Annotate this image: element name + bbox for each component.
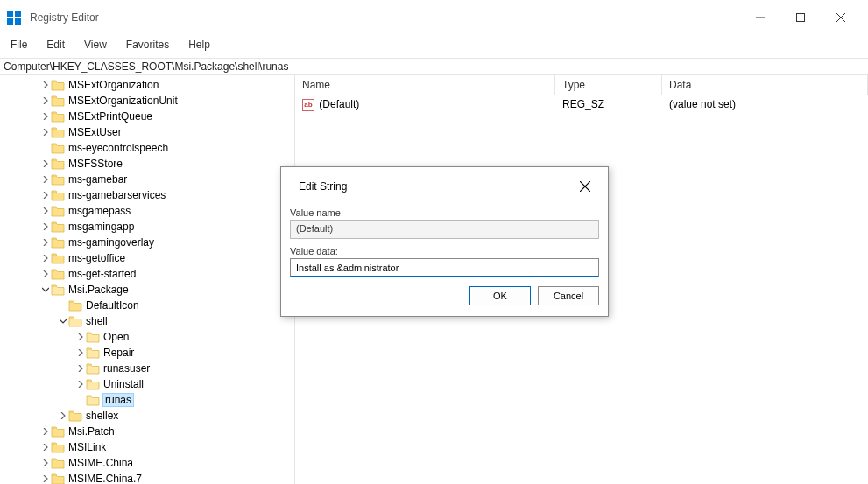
list-header: Name Type Data xyxy=(295,75,868,95)
app-icon xyxy=(7,11,21,25)
expander-icon[interactable] xyxy=(40,459,51,466)
folder-icon xyxy=(51,221,65,233)
folder-icon xyxy=(51,189,65,201)
minimize-button[interactable] xyxy=(740,4,780,31)
expander-icon[interactable] xyxy=(40,255,51,262)
tree-item-label: MSIME.China.7 xyxy=(68,473,142,484)
expander-icon[interactable] xyxy=(40,176,51,183)
expander-icon[interactable] xyxy=(40,113,51,120)
tree-item[interactable]: ms-gamebar xyxy=(0,172,294,187)
expander-icon[interactable] xyxy=(40,428,51,435)
tree-item-label: MSFSStore xyxy=(68,158,123,170)
expander-icon[interactable] xyxy=(40,475,51,482)
folder-icon xyxy=(51,252,65,264)
tree-item[interactable]: MSILink xyxy=(0,439,294,455)
tree-item[interactable]: ms-gamingoverlay xyxy=(0,235,294,250)
expander-icon[interactable] xyxy=(40,270,51,277)
tree-item-label: MSILink xyxy=(68,441,106,453)
folder-icon xyxy=(51,236,65,249)
col-header-name[interactable]: Name xyxy=(295,75,555,95)
folder-icon xyxy=(51,158,65,170)
tree-item[interactable]: Uninstall xyxy=(0,376,294,392)
expander-icon[interactable] xyxy=(40,192,51,199)
cancel-button[interactable]: Cancel xyxy=(538,286,599,305)
svg-rect-1 xyxy=(15,11,21,17)
tree-item[interactable]: msgamepass xyxy=(0,203,294,219)
folder-icon xyxy=(68,410,82,422)
ok-button[interactable]: OK xyxy=(469,286,531,305)
expander-icon[interactable] xyxy=(75,381,86,388)
tree-item[interactable]: shell xyxy=(0,313,294,329)
expander-icon[interactable] xyxy=(75,333,86,340)
dialog-close-button[interactable] xyxy=(575,176,596,197)
tree-item[interactable]: msgamingapp xyxy=(0,219,294,235)
expander-icon[interactable] xyxy=(40,223,51,230)
tree-item[interactable]: DefaultIcon xyxy=(0,298,294,313)
expander-icon[interactable] xyxy=(40,286,51,293)
tree-item-label: Msi.Package xyxy=(68,284,129,296)
svg-rect-5 xyxy=(797,14,805,22)
expander-icon[interactable] xyxy=(40,81,51,88)
window-controls xyxy=(740,4,861,31)
expander-icon[interactable] xyxy=(40,97,51,104)
tree-item-label: runasuser xyxy=(103,362,150,375)
tree-item-label: ms-gamebar xyxy=(68,173,127,186)
tree-item-label: Open xyxy=(103,331,129,343)
tree-item[interactable]: MSFSStore xyxy=(0,156,294,172)
dialog-titlebar[interactable]: Edit String xyxy=(281,167,608,204)
expander-icon[interactable] xyxy=(58,318,68,325)
tree-item[interactable]: Msi.Patch xyxy=(0,424,294,439)
tree-item[interactable]: MSExtPrintQueue xyxy=(0,109,294,124)
tree-item[interactable]: runasuser xyxy=(0,361,294,376)
expander-icon[interactable] xyxy=(75,365,86,372)
tree-item[interactable]: MSIME.China xyxy=(0,455,294,471)
tree-pane[interactable]: MSExtOrganizationMSExtOrganizationUnitMS… xyxy=(0,75,295,484)
maximize-button[interactable] xyxy=(780,4,821,31)
tree-item[interactable]: MSExtUser xyxy=(0,124,294,140)
tree-item[interactable]: ms-eyecontrolspeech xyxy=(0,140,294,156)
expander-icon[interactable] xyxy=(75,349,86,356)
tree-item-label: msgamepass xyxy=(68,205,131,217)
tree-item[interactable]: MSExtOrganizationUnit xyxy=(0,93,294,109)
expander-icon[interactable] xyxy=(40,239,51,246)
value-name-cell: ab (Default) xyxy=(295,95,555,114)
expander-icon[interactable] xyxy=(40,207,51,214)
tree-item[interactable]: ms-gamebarservices xyxy=(0,187,294,203)
tree-item[interactable]: ms-get-started xyxy=(0,266,294,282)
folder-icon xyxy=(86,362,100,375)
value-name: (Default) xyxy=(319,98,359,110)
menu-view[interactable]: View xyxy=(81,37,110,53)
menu-edit[interactable]: Edit xyxy=(43,37,68,53)
tree-item[interactable]: Msi.Package xyxy=(0,282,294,298)
expander-icon[interactable] xyxy=(40,160,51,167)
tree-item-label: ms-gamebarservices xyxy=(68,189,166,201)
col-header-data[interactable]: Data xyxy=(662,75,868,95)
close-button[interactable] xyxy=(821,4,861,31)
menu-favorites[interactable]: Favorites xyxy=(123,37,173,53)
tree-item[interactable]: ms-getoffice xyxy=(0,250,294,266)
folder-icon xyxy=(51,473,65,484)
folder-icon xyxy=(51,284,65,296)
menu-help[interactable]: Help xyxy=(185,37,214,53)
tree-item[interactable]: MSIME.China.7 xyxy=(0,471,294,484)
value-data-field[interactable] xyxy=(290,258,599,277)
expander-icon[interactable] xyxy=(40,129,51,136)
tree-item-label: Msi.Patch xyxy=(68,425,115,438)
tree-item[interactable]: shellex xyxy=(0,408,294,424)
address-bar[interactable]: Computer\HKEY_CLASSES_ROOT\Msi.Package\s… xyxy=(0,58,868,75)
tree-item[interactable]: Open xyxy=(0,329,294,345)
tree-item-label: MSExtOrganizationUnit xyxy=(68,95,178,107)
value-row[interactable]: ab (Default) REG_SZ (value not set) xyxy=(295,95,868,114)
expander-icon[interactable] xyxy=(40,444,51,451)
dialog-title: Edit String xyxy=(299,180,347,193)
expander-icon[interactable] xyxy=(58,412,68,419)
tree-item[interactable]: runas xyxy=(0,392,294,408)
tree-item-label: MSIME.China xyxy=(68,457,133,469)
tree-item[interactable]: MSExtOrganization xyxy=(0,77,294,93)
value-data: (value not set) xyxy=(662,95,868,114)
tree-item-label: ms-eyecontrolspeech xyxy=(68,142,168,154)
tree-item[interactable]: Repair xyxy=(0,345,294,361)
folder-icon xyxy=(51,173,65,186)
col-header-type[interactable]: Type xyxy=(555,75,662,95)
menu-file[interactable]: File xyxy=(7,37,31,53)
